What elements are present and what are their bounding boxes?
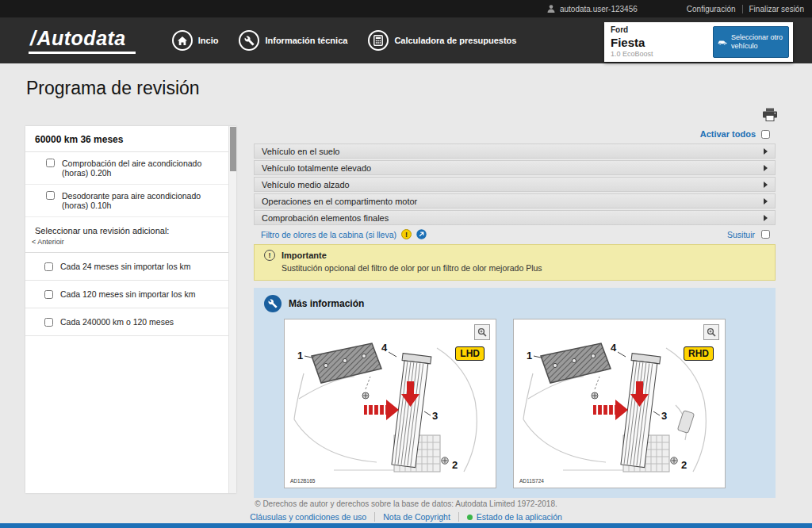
activate-all-checkbox[interactable] (761, 130, 770, 139)
alert-title: Importante (282, 251, 327, 260)
revision-checkbox[interactable] (44, 318, 53, 327)
chevron-right-icon (764, 215, 768, 221)
nav-item-estimate-calculator[interactable]: Calculadora de presupuestos (368, 30, 516, 51)
additional-revision-label: Seleccionar una revisión adicional: (25, 217, 228, 237)
config-link[interactable]: Configuración (687, 5, 736, 13)
interval-header: 60000 km 36 meses (25, 126, 228, 152)
svg-text:2: 2 (681, 459, 687, 471)
wrench-circle-icon (264, 295, 282, 312)
bottom-accent-bar (0, 523, 812, 528)
diagram-rhd: 1 (513, 319, 726, 488)
svg-text:1: 1 (297, 350, 303, 362)
revision-option: Cada 240000 km o 120 meses (25, 308, 228, 336)
autodata-logo[interactable]: Autodata (29, 27, 136, 54)
nav-label: Incio (198, 36, 219, 45)
zoom-button[interactable] (703, 324, 719, 340)
important-alert: ! Importante Sustitución opcional del fi… (254, 244, 776, 281)
magnifier-icon (477, 327, 487, 337)
nav-item-technical-info[interactable]: Información técnica (239, 30, 347, 51)
svg-text:3: 3 (661, 410, 667, 422)
more-info-panel: Más información (254, 288, 776, 498)
diagram-lhd: 1 (284, 319, 496, 488)
terms-link[interactable]: Cláusulas y condiciones de uso (242, 512, 374, 522)
app-status-link[interactable]: Estado de la aplicación (458, 512, 570, 522)
accordion-label: Vehículo en el suelo (262, 147, 339, 156)
nav-item-home[interactable]: Incio (172, 30, 219, 51)
footer-links: Cláusulas y condiciones de uso Nota de C… (0, 512, 812, 522)
revision-label: Cada 24 meses sin importar los km (60, 262, 191, 271)
task-select-checkbox[interactable] (761, 230, 770, 239)
service-interval-panel: 60000 km 36 meses Comprobación del aire … (25, 126, 236, 493)
rhd-badge: RHD (684, 346, 714, 361)
select-vehicle-label: Seleccionar otro vehículo (731, 33, 784, 51)
svg-text:3: 3 (432, 410, 438, 422)
vehicle-info: Ford Fiesta 1.0 EcoBoost (604, 22, 709, 62)
previous-link[interactable]: < Anterioir (25, 237, 228, 253)
svg-text:1: 1 (527, 350, 532, 362)
home-icon (172, 30, 193, 51)
arrow-circle-icon[interactable] (416, 229, 427, 239)
alert-exclamation-icon: ! (264, 250, 275, 261)
top-utility-bar: autodata.user-123456 Configuración Final… (0, 0, 812, 17)
task-right: Susituir (727, 230, 770, 239)
page-title: Programa de revisión (26, 78, 200, 99)
accordion-label: Vehículo totalmente elevado (262, 163, 371, 173)
diagram-row: 1 (254, 319, 776, 488)
copyright-note-link[interactable]: Nota de Copyright (374, 512, 458, 522)
revision-label: Cada 120 meses sin importar los km (60, 289, 195, 299)
task-checkbox[interactable] (46, 159, 55, 167)
task-item: Desodorante para aire acondicionado (hor… (25, 185, 228, 217)
vehicle-make: Ford (611, 25, 703, 36)
accordion-label: Vehículo medio alzado (262, 180, 350, 189)
vehicle-card: Ford Fiesta 1.0 EcoBoost Seleccionar otr… (604, 22, 793, 62)
more-info-title: Más información (289, 298, 364, 309)
nav-label: Calculadora de presupuestos (394, 36, 516, 45)
nav-label: Información técnica (265, 36, 347, 45)
username-text: autodata.user-123456 (560, 5, 638, 13)
zoom-button[interactable] (474, 324, 490, 340)
revision-option: Cada 120 meses sin importar los km (25, 281, 228, 308)
logout-link[interactable]: Finalizar sesión (742, 5, 804, 13)
chevron-right-icon (764, 165, 768, 171)
print-button[interactable] (761, 108, 779, 124)
revision-label: Cada 240000 km o 120 meses (60, 317, 174, 327)
svg-text:2: 2 (452, 459, 458, 471)
replace-action-link[interactable]: Susituir (727, 230, 755, 239)
chevron-right-icon (764, 148, 768, 155)
task-item: Comprobación del aire acondicionado (hor… (25, 152, 228, 185)
user-account: autodata.user-123456 (546, 4, 638, 13)
task-left: Filtro de olores de la cabina (si lleva)… (261, 229, 427, 239)
calculator-icon (368, 30, 389, 51)
cabin-filter-task-row: Filtro de olores de la cabina (si lleva)… (254, 227, 776, 244)
task-label: Comprobación del aire acondicionado (hor… (62, 159, 220, 178)
main-header: Autodata Incio Información técnica Calcu… (0, 17, 812, 63)
sidebar-content: 60000 km 36 meses Comprobación del aire … (25, 126, 228, 336)
diagram-code: AD11S724 (519, 478, 544, 484)
accordion-vehicle-half-raised[interactable]: Vehículo medio alzado (254, 177, 776, 192)
green-status-dot (467, 515, 473, 520)
activate-all-link[interactable]: Activar todos (700, 129, 756, 139)
chevron-right-icon (764, 198, 768, 205)
schedule-main: Activar todos Vehículo en el suelo Vehíc… (254, 127, 776, 498)
brand-text: Autodata (36, 27, 125, 49)
main-nav: Incio Información técnica Calculadora de… (172, 30, 517, 51)
sidebar-scrollbar-track[interactable] (228, 126, 236, 493)
cabin-filter-link[interactable]: Filtro de olores de la cabina (si lleva) (261, 230, 396, 239)
accordion-final-checks[interactable]: Comprobación elementos finales (254, 210, 776, 225)
revision-option: Cada 24 meses sin importar los km (25, 253, 228, 281)
top-links: Configuración Finalizar sesión (687, 5, 804, 13)
footer: © Derechos de autor y derechos sobre la … (0, 499, 812, 522)
select-other-vehicle-button[interactable]: Seleccionar otro vehículo (713, 26, 789, 58)
copyright-text: © Derechos de autor y derechos sobre la … (0, 499, 812, 508)
vehicle-model: Fiesta (611, 36, 703, 51)
lhd-badge: LHD (455, 346, 485, 361)
revision-checkbox[interactable] (44, 290, 53, 299)
revision-checkbox[interactable] (44, 262, 53, 271)
sidebar-scrollbar-thumb[interactable] (230, 127, 236, 171)
accordion-vehicle-on-ground[interactable]: Vehículo en el suelo (254, 143, 776, 159)
accordion-engine-compartment[interactable]: Operaciones en el compartimento motor (254, 193, 776, 209)
accordion-vehicle-fully-raised[interactable]: Vehículo totalmente elevado (254, 160, 776, 175)
chevron-right-icon (764, 182, 768, 188)
task-checkbox[interactable] (46, 191, 55, 200)
svg-text:4: 4 (381, 342, 388, 354)
